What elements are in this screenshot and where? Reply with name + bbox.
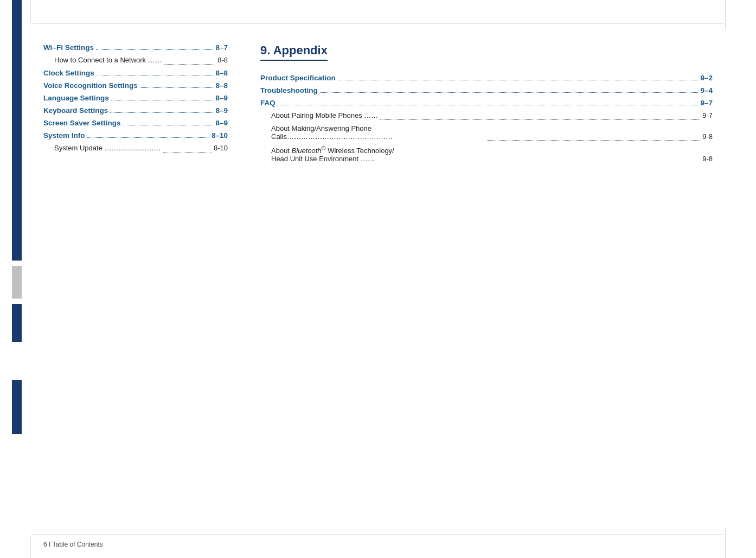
blue-bar-mid bbox=[12, 304, 22, 342]
toc-screen-saver: Screen Saver Settings 8–9 bbox=[43, 119, 228, 127]
toc-making-answering: About Making/Answering Phone Calls………………… bbox=[260, 124, 713, 141]
toc-pairing-phones: About Pairing Mobile Phones …… 9-7 bbox=[260, 111, 713, 120]
right-column: 9. Appendix Product Specification 9–2 Tr… bbox=[260, 33, 713, 525]
left-column: Wi–Fi Settings 8–7 How to Connect to a N… bbox=[43, 33, 228, 525]
toc-bluetooth-wireless: About Bluetooth® Wireless Technology/ He… bbox=[260, 145, 713, 163]
blue-bar-bottom bbox=[12, 380, 22, 434]
left-sidebar bbox=[0, 0, 33, 558]
bluetooth-page: 9-8 bbox=[701, 155, 713, 163]
footer-text: 6 I Table of Contents bbox=[43, 541, 103, 548]
footer-label: 6 I Table of Contents bbox=[43, 541, 103, 548]
toc-clock-settings: Clock Settings 8–8 bbox=[43, 69, 228, 77]
blue-bar-top bbox=[12, 0, 22, 261]
head-unit-title: Head Unit Use Environment …… bbox=[271, 155, 375, 163]
top-line bbox=[33, 23, 723, 23]
gray-bar bbox=[12, 266, 22, 299]
toc-voice-recognition: Voice Recognition Settings 8–8 bbox=[43, 81, 228, 90]
toc-wifi-settings: Wi–Fi Settings 8–7 bbox=[43, 43, 228, 52]
toc-system-update: System Update …………………… 8-10 bbox=[43, 144, 228, 153]
toc-language-settings: Language Settings 8–9 bbox=[43, 94, 228, 102]
left-line-bottom bbox=[30, 535, 30, 558]
bluetooth-title: About Bluetooth® Wireless Technology/ bbox=[271, 145, 394, 155]
right-line-bottom bbox=[726, 528, 726, 558]
left-line-top bbox=[30, 0, 30, 23]
toc-keyboard-settings: Keyboard Settings 8–9 bbox=[43, 106, 228, 115]
toc-product-spec: Product Specification 9–2 bbox=[260, 74, 713, 82]
toc-system-info: System Info 8–10 bbox=[43, 131, 228, 140]
toc-how-to-connect: How to Connect to a Network …… 8-8 bbox=[43, 56, 228, 65]
toc-troubleshooting: Troubleshooting 9–4 bbox=[260, 86, 713, 94]
bottom-line bbox=[33, 535, 723, 535]
section-heading: 9. Appendix bbox=[260, 43, 328, 61]
main-content: Wi–Fi Settings 8–7 How to Connect to a N… bbox=[43, 33, 713, 525]
right-line-top bbox=[726, 0, 726, 30]
toc-faq: FAQ 9–7 bbox=[260, 99, 713, 107]
